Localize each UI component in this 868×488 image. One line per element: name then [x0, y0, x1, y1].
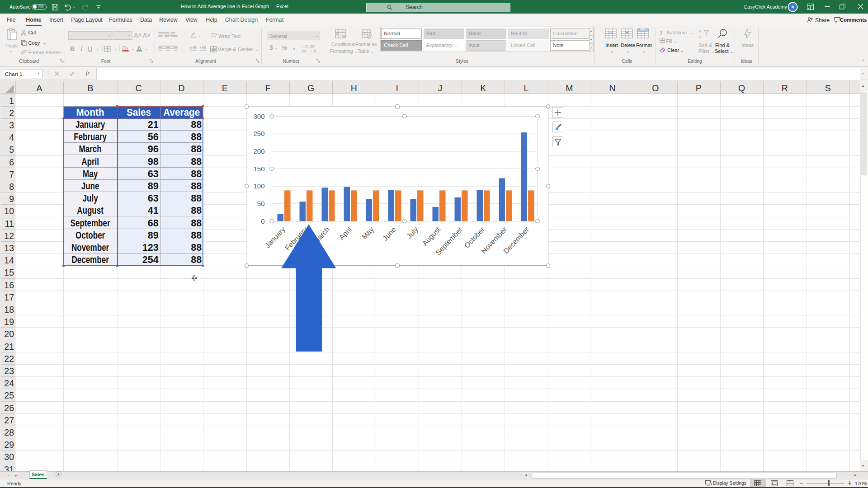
svg-text:A: A	[699, 29, 702, 33]
svg-text:October: October	[462, 225, 486, 249]
svg-text:May: May	[360, 225, 375, 241]
svg-text:300: 300	[253, 113, 264, 120]
svg-text:Z: Z	[699, 35, 701, 39]
svg-text:April: April	[337, 225, 353, 241]
svg-text:250: 250	[253, 130, 264, 137]
svg-text:150: 150	[253, 165, 264, 173]
svg-text:June: June	[381, 225, 397, 242]
svg-text:0: 0	[261, 217, 264, 225]
svg-text:200: 200	[253, 147, 264, 155]
svg-text:July: July	[405, 225, 420, 240]
svg-text:50: 50	[257, 200, 264, 207]
svg-text:c: c	[215, 36, 217, 39]
svg-text:100: 100	[253, 182, 264, 190]
svg-text:August: August	[420, 225, 442, 247]
